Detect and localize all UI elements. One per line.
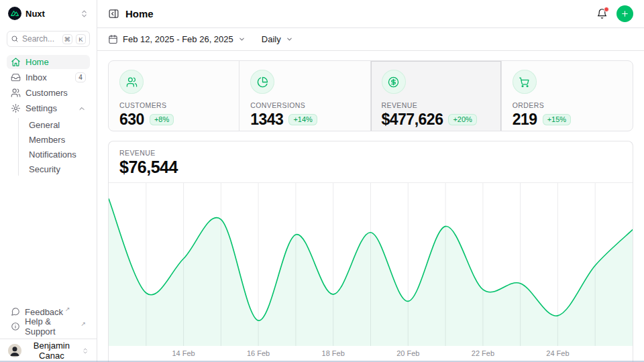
settings-subnav: General Members Notifications Security xyxy=(18,118,90,176)
main-area: Home Feb 12, 2025 - Feb 26, 2025 Daily xyxy=(97,0,644,362)
sidebar-item-label: Settings xyxy=(25,103,57,113)
sidebar-item-members[interactable]: Members xyxy=(26,133,90,146)
sub-item-label: Security xyxy=(29,164,60,174)
external-link-icon: ↗ xyxy=(65,305,70,312)
chevron-up-down-icon xyxy=(80,9,89,18)
stat-label: REVENUE xyxy=(382,101,490,109)
message-circle-icon xyxy=(11,307,20,316)
inbox-icon xyxy=(11,72,21,82)
stat-label: CUSTOMERS xyxy=(119,101,228,109)
sidebar-item-label: Inbox xyxy=(25,72,47,82)
filters-toolbar: Feb 12, 2025 - Feb 26, 2025 Daily xyxy=(97,28,644,51)
search-icon xyxy=(11,35,19,43)
search-box[interactable]: ⌘ K xyxy=(7,31,90,47)
stats-grid: CUSTOMERS 630 +8% CONVERSIONS 1343 +14% xyxy=(108,60,633,131)
chart-header: REVENUE $76,544 xyxy=(109,141,633,183)
gear-icon xyxy=(11,103,21,113)
stat-card-conversions[interactable]: CONVERSIONS 1343 +14% xyxy=(239,61,370,131)
users-icon xyxy=(11,88,21,98)
info-circle-icon xyxy=(11,322,20,331)
external-link-icon: ↗ xyxy=(80,320,86,327)
app-window: Nuxt ⌘ K Home Inbox 4 Customers xyxy=(0,0,644,362)
link-label: Help & Support xyxy=(25,316,78,337)
stat-delta-badge: +14% xyxy=(288,114,317,125)
sub-item-label: General xyxy=(29,120,60,130)
user-name: Benjamin Canac xyxy=(26,341,77,361)
stat-delta-badge: +8% xyxy=(150,114,174,125)
sidebar-item-label: Home xyxy=(25,57,49,67)
link-label: Feedback xyxy=(25,307,63,317)
svg-text:24 Feb: 24 Feb xyxy=(546,349,569,357)
sub-item-label: Members xyxy=(29,135,65,145)
kbd-k: K xyxy=(76,34,86,44)
notifications-button[interactable] xyxy=(596,8,608,19)
sidebar-item-security[interactable]: Security xyxy=(26,162,90,176)
sidebar-footer-links: Feedback ↗ Help & Support ↗ xyxy=(0,302,97,339)
stat-card-revenue[interactable]: REVENUE $477,626 +20% xyxy=(371,61,502,131)
chart-metric-label: REVENUE xyxy=(119,149,622,157)
svg-text:16 Feb: 16 Feb xyxy=(247,349,270,357)
stat-value: 1343 xyxy=(250,112,283,127)
sidebar-item-home[interactable]: Home xyxy=(7,55,90,69)
revenue-area-chart[interactable]: 14 Feb16 Feb18 Feb20 Feb22 Feb24 Feb xyxy=(109,183,633,359)
stat-value: $477,626 xyxy=(382,112,443,127)
stat-label: CONVERSIONS xyxy=(250,101,359,109)
home-icon xyxy=(11,57,21,67)
top-bar: Home xyxy=(97,0,644,28)
sidebar-collapse-button[interactable] xyxy=(108,8,119,19)
search-input[interactable] xyxy=(22,34,59,44)
sidebar-item-label: Customers xyxy=(25,88,68,98)
notification-dot xyxy=(604,7,609,12)
date-range-label: Feb 12, 2025 - Feb 26, 2025 xyxy=(123,34,233,44)
top-actions xyxy=(596,5,633,22)
nuxt-logo-icon xyxy=(8,7,21,20)
chevron-up-icon xyxy=(78,105,86,113)
stat-delta-badge: +15% xyxy=(543,114,571,125)
users-icon xyxy=(119,70,144,94)
sub-item-label: Notifications xyxy=(29,149,76,160)
sidebar-nav: Home Inbox 4 Customers Settings General … xyxy=(0,47,97,176)
chevron-down-icon xyxy=(238,36,246,43)
chevron-up-down-icon xyxy=(82,347,89,355)
team-switcher[interactable]: Nuxt xyxy=(0,0,97,25)
user-menu[interactable]: Benjamin Canac xyxy=(7,343,90,359)
period-label: Daily xyxy=(262,34,281,44)
stat-delta-badge: +20% xyxy=(448,114,476,125)
sidebar-item-general[interactable]: General xyxy=(26,118,90,131)
dashboard-content: CUSTOMERS 630 +8% CONVERSIONS 1343 +14% xyxy=(97,51,644,362)
sidebar-item-customers[interactable]: Customers xyxy=(7,86,90,100)
stat-card-customers[interactable]: CUSTOMERS 630 +8% xyxy=(109,61,239,131)
avatar xyxy=(8,344,21,357)
sidebar-item-inbox[interactable]: Inbox 4 xyxy=(7,70,90,84)
panel-left-close-icon xyxy=(108,8,119,19)
sidebar-item-notifications[interactable]: Notifications xyxy=(26,147,90,161)
circle-dollar-icon xyxy=(382,70,406,94)
sidebar-user-section: Benjamin Canac xyxy=(0,339,97,362)
svg-text:20 Feb: 20 Feb xyxy=(396,349,419,357)
shopping-cart-icon xyxy=(513,70,537,94)
sidebar-item-settings[interactable]: Settings xyxy=(7,101,90,115)
add-button[interactable] xyxy=(616,5,633,22)
svg-text:22 Feb: 22 Feb xyxy=(472,349,494,357)
sidebar: Nuxt ⌘ K Home Inbox 4 Customers xyxy=(0,0,97,362)
plus-icon xyxy=(621,9,629,18)
kbd-command: ⌘ xyxy=(62,34,73,44)
chart-metric-value: $76,544 xyxy=(119,159,622,176)
stat-label: ORDERS xyxy=(513,101,622,109)
team-name: Nuxt xyxy=(25,9,45,19)
stat-value: 219 xyxy=(513,112,537,127)
help-support-link[interactable]: Help & Support ↗ xyxy=(7,320,90,333)
chevron-down-icon xyxy=(286,36,293,43)
inbox-count-badge: 4 xyxy=(75,72,86,82)
calendar-icon xyxy=(108,34,118,44)
page-title: Home xyxy=(125,8,154,19)
stat-value: 630 xyxy=(119,112,144,127)
svg-text:18 Feb: 18 Feb xyxy=(322,349,345,357)
date-range-picker[interactable]: Feb 12, 2025 - Feb 26, 2025 xyxy=(108,34,246,44)
stat-card-orders[interactable]: ORDERS 219 +15% xyxy=(502,61,633,131)
period-select[interactable]: Daily xyxy=(262,34,293,44)
sidebar-spacer xyxy=(0,176,97,302)
chart-pie-icon xyxy=(250,70,274,94)
revenue-chart-card: REVENUE $76,544 14 Feb16 Feb18 Feb20 Feb… xyxy=(108,141,633,362)
svg-text:14 Feb: 14 Feb xyxy=(172,349,195,357)
